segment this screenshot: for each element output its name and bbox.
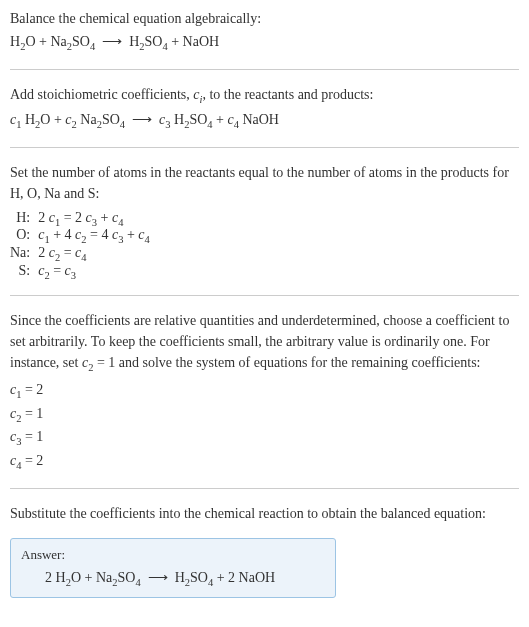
step2-equation: c1 H2O + c2 Na2SO4 ⟶ c3 H2SO4 + c4 NaOH (10, 109, 519, 133)
step3-text: Set the number of atoms in the reactants… (10, 162, 519, 204)
step1-equation: H2O + Na2SO4 ⟶ H2SO4 + NaOH (10, 31, 519, 55)
step5-text: Substitute the coefficients into the che… (10, 503, 519, 524)
atom-equations: H: 2 c1 = 2 c3 + c4 O: c1 + 4 c2 = 4 c3 … (10, 210, 150, 281)
divider (10, 69, 519, 70)
coef-line: c4 = 2 (10, 450, 519, 474)
divider (10, 295, 519, 296)
step-stoichiometric: Add stoichiometric coefficients, ci, to … (10, 84, 519, 133)
divider (10, 147, 519, 148)
divider (10, 488, 519, 489)
step-solve: Since the coefficients are relative quan… (10, 310, 519, 474)
answer-equation: 2 H2O + Na2SO4 ⟶ H2SO4 + 2 NaOH (21, 569, 325, 588)
coef-line: c1 = 2 (10, 379, 519, 403)
answer-label: Answer: (21, 547, 325, 563)
step-substitute: Substitute the coefficients into the che… (10, 503, 519, 524)
step2-text: Add stoichiometric coefficients, ci, to … (10, 84, 519, 108)
coef-line: c2 = 1 (10, 403, 519, 427)
step4-text: Since the coefficients are relative quan… (10, 310, 519, 376)
atom-row: O: c1 + 4 c2 = 4 c3 + c4 (10, 227, 150, 245)
step-atoms: Set the number of atoms in the reactants… (10, 162, 519, 281)
atom-row: S: c2 = c3 (10, 263, 150, 281)
coef-line: c3 = 1 (10, 426, 519, 450)
atom-row: H: 2 c1 = 2 c3 + c4 (10, 210, 150, 228)
step-balance: Balance the chemical equation algebraica… (10, 8, 519, 55)
step1-text: Balance the chemical equation algebraica… (10, 8, 519, 29)
atom-row: Na: 2 c2 = c4 (10, 245, 150, 263)
coefficients: c1 = 2 c2 = 1 c3 = 1 c4 = 2 (10, 379, 519, 473)
answer-box: Answer: 2 H2O + Na2SO4 ⟶ H2SO4 + 2 NaOH (10, 538, 336, 599)
